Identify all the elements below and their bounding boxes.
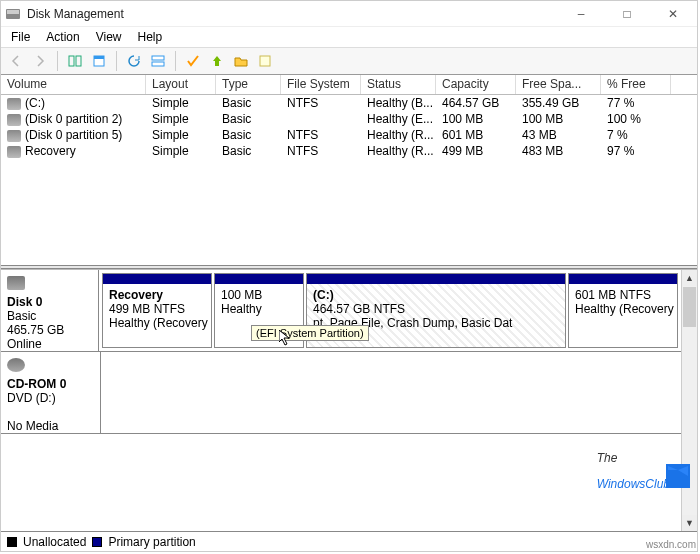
disk-name: Disk 0 <box>7 295 42 309</box>
table-row[interactable]: (C:)SimpleBasicNTFSHealthy (B...464.57 G… <box>1 95 697 111</box>
svg-rect-1 <box>7 10 19 14</box>
window-title: Disk Management <box>27 7 561 21</box>
menu-action[interactable]: Action <box>40 28 85 46</box>
col-volume[interactable]: Volume <box>1 75 146 94</box>
menu-view[interactable]: View <box>90 28 128 46</box>
volume-list[interactable]: (C:)SimpleBasicNTFSHealthy (B...464.57 G… <box>1 95 697 265</box>
cdrom-name: CD-ROM 0 <box>7 377 66 391</box>
disk-icon <box>7 276 25 290</box>
partition[interactable]: 601 MB NTFSHealthy (Recovery Par <box>568 273 678 348</box>
legend-primary: Primary partition <box>108 535 195 549</box>
table-row[interactable]: (Disk 0 partition 5)SimpleBasicNTFSHealt… <box>1 127 697 143</box>
cdrom-line3: No Media <box>7 419 58 433</box>
refresh-button[interactable] <box>123 50 145 72</box>
legend-unallocated-swatch <box>7 537 17 547</box>
col-capacity[interactable]: Capacity <box>436 75 516 94</box>
cdrom-line2: DVD (D:) <box>7 391 56 405</box>
footer-url: wsxdn.com <box>646 539 696 550</box>
show-hide-console-button[interactable] <box>64 50 86 72</box>
disk-label: Disk 0 Basic 465.75 GB Online <box>1 270 99 351</box>
watermark-icon <box>666 464 690 488</box>
toolbar <box>1 47 697 75</box>
cursor-icon <box>279 330 295 346</box>
legend-primary-swatch <box>92 537 102 547</box>
check-icon[interactable] <box>182 50 204 72</box>
properties-button[interactable] <box>88 50 110 72</box>
scroll-thumb[interactable] <box>683 287 696 327</box>
cdrom-row[interactable]: CD-ROM 0 DVD (D:) No Media <box>1 352 681 434</box>
cdrom-label: CD-ROM 0 DVD (D:) No Media <box>1 352 101 433</box>
scroll-down-icon[interactable]: ▼ <box>682 515 697 531</box>
app-icon <box>5 6 21 22</box>
titlebar: Disk Management – □ ✕ <box>1 1 697 27</box>
back-button <box>5 50 27 72</box>
legend-unallocated: Unallocated <box>23 535 86 549</box>
col-type[interactable]: Type <box>216 75 281 94</box>
disk-list-button[interactable] <box>147 50 169 72</box>
col-status[interactable]: Status <box>361 75 436 94</box>
watermark: The WindowsClub <box>597 442 670 494</box>
col-fs[interactable]: File System <box>281 75 361 94</box>
maximize-button[interactable]: □ <box>607 2 647 26</box>
col-free[interactable]: Free Spa... <box>516 75 601 94</box>
disk-map: Disk 0 Basic 465.75 GB Online Recovery49… <box>1 269 697 551</box>
legend: Unallocated Primary partition <box>1 531 697 551</box>
close-button[interactable]: ✕ <box>653 2 693 26</box>
minimize-button[interactable]: – <box>561 2 601 26</box>
note-icon[interactable] <box>254 50 276 72</box>
disk-state: Online <box>7 337 42 351</box>
table-row[interactable]: (Disk 0 partition 2)SimpleBasicHealthy (… <box>1 111 697 127</box>
folder-icon[interactable] <box>230 50 252 72</box>
svg-rect-7 <box>152 62 164 66</box>
col-layout[interactable]: Layout <box>146 75 216 94</box>
disk-scrollbar[interactable]: ▲ ▼ <box>681 270 697 531</box>
up-icon[interactable] <box>206 50 228 72</box>
svg-rect-2 <box>69 56 74 66</box>
menu-help[interactable]: Help <box>132 28 169 46</box>
disk-size: 465.75 GB <box>7 323 64 337</box>
disk-kind: Basic <box>7 309 36 323</box>
partition[interactable]: Recovery499 MB NTFSHealthy (Recovery Pa <box>102 273 212 348</box>
scroll-up-icon[interactable]: ▲ <box>682 270 697 286</box>
svg-rect-3 <box>76 56 81 66</box>
menu-file[interactable]: File <box>5 28 36 46</box>
svg-rect-8 <box>260 56 270 66</box>
col-pct[interactable]: % Free <box>601 75 671 94</box>
volume-list-header: Volume Layout Type File System Status Ca… <box>1 75 697 95</box>
cdrom-icon <box>7 358 25 372</box>
forward-button <box>29 50 51 72</box>
menubar: File Action View Help <box>1 27 697 47</box>
table-row[interactable]: RecoverySimpleBasicNTFSHealthy (R...499 … <box>1 143 697 159</box>
svg-rect-6 <box>152 56 164 60</box>
svg-rect-5 <box>94 56 104 59</box>
tooltip: (EFI System Partition) <box>251 325 369 341</box>
